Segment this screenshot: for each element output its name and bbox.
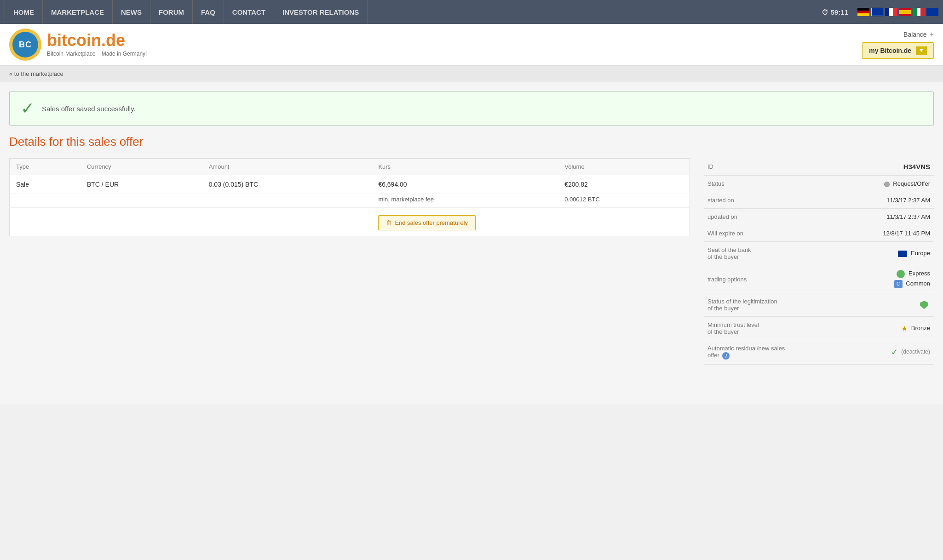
flag-es[interactable] (899, 8, 911, 16)
flag-it[interactable] (913, 8, 925, 16)
legit-label: Status of the legitimizationof the buyer (704, 293, 796, 317)
seat-value: Europe (796, 242, 934, 265)
cell-currency: BTC / EUR (80, 175, 202, 194)
right-panel: ID H34VNS Status Request/Offer started o… (704, 158, 934, 365)
flag-eu[interactable] (926, 8, 938, 16)
col-kurs: Kurs (372, 159, 558, 175)
cell-volume: €200.82 (558, 175, 690, 194)
breadcrumb-link[interactable]: « to the marketplace (9, 70, 63, 77)
express-icon (897, 270, 905, 278)
expires-value: 12/8/17 11:45 PM (796, 225, 934, 242)
id-label: ID (704, 158, 796, 176)
cell-kurs: €6,694.00 (372, 175, 558, 194)
trading-label: trading options (704, 265, 796, 293)
trash-icon: 🗑 (386, 219, 392, 226)
nav-flags (853, 8, 938, 16)
common-icon: C (894, 280, 903, 288)
header-right: Balance + my Bitcoin.de ▼ (862, 30, 934, 59)
my-bitcoin-button[interactable]: my Bitcoin.de ▼ (862, 42, 934, 59)
shield-check-icon (920, 301, 928, 309)
started-label: started on (704, 192, 796, 209)
trading-options: Express C Common (799, 270, 930, 288)
balance-row: Balance + (903, 30, 934, 39)
flag-fr[interactable] (885, 8, 897, 16)
detail-auto-row: Automatic residual/new sales offer i ✓ (… (704, 340, 934, 365)
nav-investor-relations[interactable]: INVESTOR RELATIONS (274, 0, 368, 24)
fee-row: min. marketplace fee 0.00012 BTC (10, 194, 690, 208)
updated-label: updated on (704, 209, 796, 225)
detail-updated-row: updated on 11/3/17 2:37 AM (704, 209, 934, 225)
legit-value (796, 293, 934, 317)
detail-id-row: ID H34VNS (704, 158, 934, 176)
dropdown-arrow-icon: ▼ (916, 46, 927, 55)
my-bitcoin-label: my Bitcoin.de (869, 47, 911, 54)
trust-value: ★ Bronze (796, 317, 934, 340)
seat-label: Seat of the bankof the buyer (704, 242, 796, 265)
logo-bc: BC (12, 32, 38, 57)
detail-trust-row: Minimum trust levelof the buyer ★ Bronze (704, 317, 934, 340)
offer-table: Type Currency Amount Kurs Volume Sale BT… (9, 158, 690, 236)
breadcrumb: « to the marketplace (0, 66, 943, 82)
detail-started-row: started on 11/3/17 2:37 AM (704, 192, 934, 209)
detail-seat-row: Seat of the bankof the buyer Europe (704, 242, 934, 265)
col-amount: Amount (202, 159, 372, 175)
logo-name: bitcoin.de (47, 32, 147, 49)
nav-home[interactable]: HOME (5, 0, 43, 24)
logo-icon: BC (9, 29, 41, 61)
success-banner: ✓ Sales offer saved successfully. (9, 91, 934, 126)
success-check-icon: ✓ (21, 100, 34, 117)
trading-express: Express (897, 270, 930, 278)
logo-text-area: bitcoin.de Bitcoin-Marketplace – Made in… (47, 32, 147, 57)
auto-value: ✓ (deactivate) (796, 340, 934, 365)
nav-right: ⏱ 59:11 (815, 0, 938, 24)
end-button-label: End sales offer prematurely (395, 219, 468, 226)
col-currency: Currency (80, 159, 202, 175)
col-type: Type (10, 159, 80, 175)
details-table: ID H34VNS Status Request/Offer started o… (704, 158, 934, 365)
cell-amount: 0.03 (0.015) BTC (202, 175, 372, 194)
detail-legit-row: Status of the legitimizationof the buyer (704, 293, 934, 317)
trust-label: Minimum trust levelof the buyer (704, 317, 796, 340)
logo-tagline: Bitcoin-Marketplace – Made in Germany! (47, 51, 147, 57)
info-icon[interactable]: i (722, 352, 730, 360)
nav-contact[interactable]: CONTACT (224, 0, 274, 24)
trading-common: C Common (894, 280, 930, 288)
detail-status-row: Status Request/Offer (704, 176, 934, 192)
status-label: Status (704, 176, 796, 192)
timer-value: 59:11 (831, 8, 848, 16)
expires-label: Will expire on (704, 225, 796, 242)
logo-area: BC bitcoin.de Bitcoin-Marketplace – Made… (9, 29, 147, 61)
status-value: Request/Offer (796, 176, 934, 192)
fee-label: min. marketplace fee (372, 194, 558, 208)
balance-label: Balance (903, 31, 927, 38)
flag-de[interactable] (857, 8, 869, 16)
end-sales-offer-button[interactable]: 🗑 End sales offer prematurely (378, 215, 476, 230)
nav-news[interactable]: NEWS (113, 0, 150, 24)
nav-timer: ⏱ 59:11 (815, 0, 848, 24)
auto-check-icon: ✓ (891, 348, 898, 357)
page-content: ✓ Sales offer saved successfully. Detail… (0, 82, 943, 404)
balance-plus[interactable]: + (930, 30, 934, 39)
status-dot-icon (884, 182, 890, 187)
detail-expires-row: Will expire on 12/8/17 11:45 PM (704, 225, 934, 242)
nav-faq[interactable]: FAQ (193, 0, 224, 24)
main-grid: Type Currency Amount Kurs Volume Sale BT… (9, 158, 934, 365)
eu-flag-icon (898, 251, 907, 257)
flag-gb[interactable] (871, 8, 883, 16)
started-value: 11/3/17 2:37 AM (796, 192, 934, 209)
deactivate-link[interactable]: (deactivate) (901, 349, 930, 355)
detail-trading-row: trading options Express C Common (704, 265, 934, 293)
success-message: Sales offer saved successfully. (42, 105, 136, 113)
col-volume: Volume (558, 159, 690, 175)
nav-forum[interactable]: FORUM (150, 0, 193, 24)
fee-value: 0.00012 BTC (558, 194, 690, 208)
left-panel: Type Currency Amount Kurs Volume Sale BT… (9, 158, 690, 365)
table-row: Sale BTC / EUR 0.03 (0.015) BTC €6,694.0… (10, 175, 690, 194)
cell-type: Sale (10, 175, 80, 194)
end-offer-row: 🗑 End sales offer prematurely (10, 208, 690, 236)
trading-value: Express C Common (796, 265, 934, 293)
nav-bar: HOME MARKETPLACE NEWS FORUM FAQ CONTACT … (0, 0, 943, 24)
nav-marketplace[interactable]: MARKETPLACE (43, 0, 113, 24)
id-value: H34VNS (796, 158, 934, 176)
timer-icon: ⏱ (822, 8, 828, 16)
